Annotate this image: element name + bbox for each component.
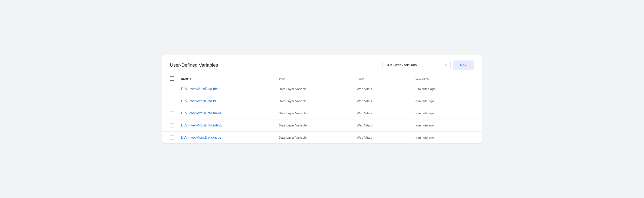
row-checkbox-0[interactable]: [170, 87, 174, 91]
row-checkbox-2[interactable]: [170, 111, 174, 116]
folder-text-4: Web Vitals: [357, 136, 372, 139]
col-folder-label: Folder: [357, 77, 365, 80]
folder-text-0: Web Vitals: [357, 87, 372, 91]
variable-link-2[interactable]: DLV - webVitalsData.name: [181, 111, 222, 115]
cell-edited-0: 2 minutes ago: [416, 87, 474, 91]
cell-edited-1: a minute ago: [416, 99, 474, 103]
search-value: DLV - webVitalsData.: [386, 63, 443, 67]
type-text-0: Data Layer Variable: [279, 87, 307, 91]
cell-folder-1: Web Vitals: [357, 99, 416, 103]
cell-edited-4: a minute ago: [416, 136, 474, 140]
cell-type-0: Data Layer Variable: [279, 87, 357, 91]
row-checkbox-cell: [170, 87, 181, 91]
cell-folder-4: Web Vitals: [357, 136, 416, 140]
clear-search-icon[interactable]: ×: [445, 63, 448, 67]
col-header-folder: Folder: [357, 77, 416, 80]
table-row: DLV - webVitalsData.rating Data Layer Va…: [162, 120, 482, 132]
cell-name-4: DLV - webVitalsData.value: [181, 136, 279, 140]
header-right: DLV - webVitalsData. × New: [382, 60, 474, 70]
row-checkbox-cell: [170, 111, 181, 116]
cell-type-2: Data Layer Variable: [279, 111, 357, 115]
variable-link-1[interactable]: DLV - webVitalsData.id: [181, 99, 216, 103]
type-text-2: Data Layer Variable: [279, 111, 307, 115]
edited-text-4: a minute ago: [416, 136, 434, 139]
table-header-row: Name ↑ Type Folder Last Edited: [162, 74, 482, 83]
row-checkbox-cell: [170, 99, 181, 103]
folder-text-1: Web Vitals: [357, 99, 372, 103]
type-text-3: Data Layer Variable: [279, 124, 307, 127]
col-header-edited: Last Edited: [416, 77, 474, 80]
col-edited-label: Last Edited: [416, 77, 429, 80]
page-title: User-Defined Variables: [170, 62, 218, 68]
cell-type-1: Data Layer Variable: [279, 99, 357, 103]
col-type-label: Type: [279, 77, 285, 80]
folder-text-3: Web Vitals: [357, 124, 372, 127]
cell-folder-0: Web Vitals: [357, 87, 416, 91]
edited-text-0: 2 minutes ago: [416, 87, 436, 91]
card-header: User-Defined Variables DLV - webVitalsDa…: [162, 54, 482, 74]
col-header-name: Name ↑: [181, 77, 279, 80]
col-header-type: Type: [279, 77, 357, 80]
row-checkbox-4[interactable]: [170, 136, 174, 140]
cell-name-0: DLV - webVitalsData.delta: [181, 87, 279, 91]
folder-text-2: Web Vitals: [357, 111, 372, 115]
row-checkbox-3[interactable]: [170, 123, 174, 128]
variable-link-3[interactable]: DLV - webVitalsData.rating: [181, 124, 222, 127]
type-text-1: Data Layer Variable: [279, 99, 307, 103]
edited-text-1: a minute ago: [416, 99, 434, 103]
main-card: User-Defined Variables DLV - webVitalsDa…: [162, 54, 482, 144]
table-body: DLV - webVitalsData.delta Data Layer Var…: [162, 83, 482, 144]
row-checkbox-1[interactable]: [170, 99, 174, 103]
table-row: DLV - webVitalsData.value Data Layer Var…: [162, 132, 482, 144]
header-checkbox-cell: [170, 76, 181, 81]
variable-link-4[interactable]: DLV - webVitalsData.value: [181, 136, 221, 139]
edited-text-3: a minute ago: [416, 124, 434, 127]
new-button[interactable]: New: [453, 60, 474, 70]
cell-folder-3: Web Vitals: [357, 124, 416, 127]
cell-folder-2: Web Vitals: [357, 111, 416, 115]
variables-table: Name ↑ Type Folder Last Edited DLV - web…: [162, 74, 482, 144]
cell-name-2: DLV - webVitalsData.name: [181, 111, 279, 115]
cell-type-4: Data Layer Variable: [279, 136, 357, 140]
variable-link-0[interactable]: DLV - webVitalsData.delta: [181, 87, 220, 91]
cell-type-3: Data Layer Variable: [279, 124, 357, 127]
col-name-label: Name: [181, 77, 188, 80]
table-row: DLV - webVitalsData.name Data Layer Vari…: [162, 107, 482, 120]
cell-name-3: DLV - webVitalsData.rating: [181, 124, 279, 127]
edited-text-2: a minute ago: [416, 111, 434, 115]
type-text-4: Data Layer Variable: [279, 136, 307, 139]
row-checkbox-cell: [170, 123, 181, 128]
row-checkbox-cell: [170, 136, 181, 140]
search-box[interactable]: DLV - webVitalsData. ×: [382, 61, 451, 70]
cell-edited-2: a minute ago: [416, 111, 474, 115]
cell-name-1: DLV - webVitalsData.id: [181, 99, 279, 103]
table-row: DLV - webVitalsData.id Data Layer Variab…: [162, 95, 482, 107]
sort-asc-icon[interactable]: ↑: [190, 77, 191, 80]
select-all-checkbox[interactable]: [170, 76, 174, 81]
cell-edited-3: a minute ago: [416, 124, 474, 127]
table-row: DLV - webVitalsData.delta Data Layer Var…: [162, 83, 482, 95]
